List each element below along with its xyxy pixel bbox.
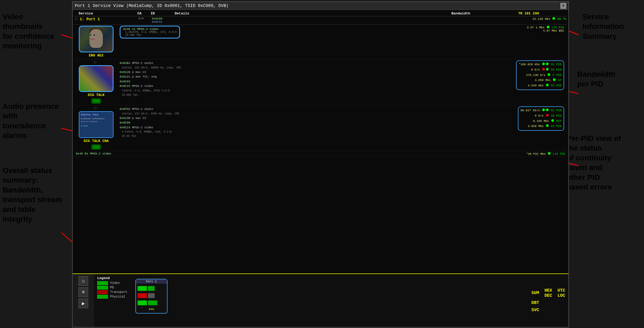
header-details: Details: [175, 11, 287, 16]
service-name-dig-talk: DIG TALK: [88, 93, 104, 97]
annotation-overall-status: Overall status summary: Bandwidth, trans…: [3, 166, 77, 224]
service-list: Service CA ID Details Bandwidth TR 101 2…: [73, 10, 568, 273]
audio-badge-dig-talk-cna: CLN: [92, 145, 101, 149]
bar-green-3: [138, 300, 147, 305]
service-name-port1: 1: Port 1: [80, 17, 138, 21]
svc-button[interactable]: SVC: [532, 308, 539, 313]
bw-secondary-eng-ae2: 4.07 Mbs BGC: [465, 29, 564, 32]
legend-bar-transport: [97, 290, 108, 294]
service-row-eng-ae2: ENG AE2 0x48 21 MPEG-2 video 1,35x576, 4…: [74, 25, 567, 59]
port-bar-row-3: [138, 300, 165, 305]
btn-row-1: SUM HEX DEC UTC LOC: [532, 288, 565, 298]
port-bar-row-2: [138, 293, 165, 298]
port-thumbnail: Port 1: [135, 279, 167, 314]
video-thumbnail-eng-ae2: [79, 26, 114, 52]
service-middle-dig-talk-cna: 0x0C52 MPEG-2 audio stereo, 132 kb/s, 4C…: [118, 106, 465, 139]
service-bw-port1: 22.120 mbs BB TR: [465, 17, 566, 24]
pid-block-dig-talk: 0x0CB1 MPEG-2 audio stereo, 192 kb/s, 48…: [120, 60, 463, 98]
legend-bar-pg: [97, 286, 108, 290]
service-right-eng-ae2: 3.57 1 Mbs LTC PID 4.07 Mbs BGC: [465, 26, 566, 32]
toolbar-icon-2[interactable]: ≡: [79, 287, 88, 297]
legend-area: Legend Video PG Transport: [94, 274, 528, 327]
last-pid-bw: *38 P22 Mbs LTC PID: [464, 152, 565, 156]
annotation-service-info: Service Information Summary: [583, 12, 641, 41]
service-right-dig-talk: *196.029 kbs CC PID 0 b/s IO PID 276.130…: [465, 60, 566, 90]
port-bar-row-1: [138, 286, 165, 291]
utc-button[interactable]: UTC LOC: [557, 288, 565, 298]
title-bar: Port 1 Service View |MediaCump, ID 0x000…: [73, 2, 568, 10]
btn-row-3: SVC: [532, 308, 565, 313]
toolbar-icon-1[interactable]: ⌂: [79, 276, 88, 286]
service-row-dig-talk-cna: ├─ DIGITAL TALK Broadcast Information Se…: [74, 105, 567, 151]
legend-bar-physical: [97, 295, 108, 299]
bar-green-4: [148, 300, 157, 305]
toolbar-icon-3[interactable]: ▶: [79, 299, 88, 308]
bottom-right-buttons: SUM HEX DEC UTC LOC DBT SVC: [528, 274, 568, 327]
per-pid-status-dig-talk-cna: 96.827 kb/s CC PID 0 b/s CG PID 0.169 Mb…: [518, 106, 564, 131]
port-thumb-title: Port 1: [136, 279, 167, 284]
header-id: ID: [151, 11, 175, 16]
header-tr: TR 101 290: [518, 11, 566, 16]
bandwidth-eng-ae2: 3.57 1 Mbs LTC PID: [465, 26, 564, 29]
service-middle-dig-talk: 0x0CB1 MPEG-2 audio stereo, 192 kb/s, 48…: [118, 60, 465, 98]
header-bandwidth: Bandwidth: [451, 11, 518, 16]
service-name-eng-ae2: ENG AE2: [89, 53, 104, 57]
service-left-dig-talk-cna: ├─ DIGITAL TALK Broadcast Information Se…: [75, 106, 118, 150]
bottom-icons: ⌂ ≡ ▶: [73, 274, 94, 327]
sum-button[interactable]: SUM: [532, 288, 539, 298]
service-name-dig-talk-cna: DIG TALK CNA: [84, 139, 109, 143]
content-area: Service CA ID Details Bandwidth TR 101 2…: [73, 10, 568, 327]
service-id-port1: 0x0C09 0x0C31: [152, 17, 176, 24]
pid-block-dig-talk-cna: 0x0C52 MPEG-2 audio stereo, 132 kb/s, 4C…: [120, 106, 463, 139]
annotation-per-pid-status: Per-PID view of the status of continuity…: [567, 134, 641, 192]
column-headers: Service CA ID Details Bandwidth TR 101 2…: [74, 11, 567, 16]
legend-item-transport: Transport: [97, 290, 127, 294]
bar-green-2: [148, 286, 155, 291]
last-pid-line: 0x48 B1 MPEG-2 video: [76, 152, 464, 156]
legend-title: Legend: [97, 276, 127, 280]
video-thumbnail-dig-talk-cna: DIGITAL TALK Broadcast Information Servi…: [79, 111, 114, 138]
service-ca-port1: P/P: [138, 17, 152, 24]
service-right-dig-talk-cna: 96.827 kb/s CC PID 0 b/s CG PID 0.169 Mb…: [465, 106, 566, 131]
header-service: Service: [79, 11, 137, 16]
service-row-dig-talk: ├─ DIG TALK CLN 0x0CB1 MPEG-2 audio: [74, 59, 567, 105]
service-middle-eng-ae2: 0x48 21 MPEG-2 video 1,35x576, 4:3, HP@H…: [118, 26, 465, 38]
legend-item-pg: PG: [97, 286, 127, 290]
service-row-port1: ├─ 1: Port 1 P/P 0x0C09 0x0C31 22.120 mb…: [74, 16, 567, 25]
annotation-video-thumbnails: Video thumbnails for confidence monitori…: [3, 12, 61, 51]
bar-gray: [148, 293, 155, 298]
annotation-audio-presence: Audio presence with tone/silence alarms: [3, 102, 61, 141]
legend-block: Legend Video PG Transport: [97, 276, 127, 299]
video-thumbnail-dig-talk: [79, 65, 114, 92]
legend-bar-video: [97, 281, 108, 285]
port-thumb-bars: 84%: [136, 284, 167, 313]
bar-green-1: [138, 286, 147, 291]
bottom-bar: ⌂ ≡ ▶ Legend Video: [73, 273, 568, 327]
close-button[interactable]: X: [560, 3, 566, 9]
port-percentage: 84%: [138, 308, 165, 311]
audio-badge-dig-talk: CLN: [92, 99, 101, 103]
window-title: Port 1 Service View |MediaCump, ID 0x000…: [75, 3, 229, 8]
pid-details-eng-ae2: 0x48 21 MPEG-2 video 1,35x576, 4:3, HP@H…: [120, 26, 180, 38]
dbt-button[interactable]: DBT: [532, 300, 539, 306]
header-ca: CA: [137, 11, 151, 16]
service-left-eng-ae2: ENG AE2: [75, 26, 118, 57]
bar-red-1: [138, 293, 147, 298]
hex-button[interactable]: HEX DEC: [544, 288, 552, 298]
legend-item-physical: Physical: [97, 295, 127, 299]
legend-item-video: Video: [97, 281, 127, 285]
btn-row-2: DBT: [532, 300, 565, 306]
bw-per-pid-dig-talk: *196.029 kbs CC PID 0 b/s IO PID 276.130…: [516, 60, 564, 90]
annotation-bandwidth-per-pid: Bandwidth per PID: [577, 70, 641, 89]
main-window: Port 1 Service View |MediaCump, ID 0x000…: [72, 1, 569, 327]
service-left-dig-talk: ├─ DIG TALK CLN: [75, 60, 118, 104]
service-row-last-pid: 0x48 B1 MPEG-2 video *38 P22 Mbs LTC PID: [74, 151, 567, 157]
